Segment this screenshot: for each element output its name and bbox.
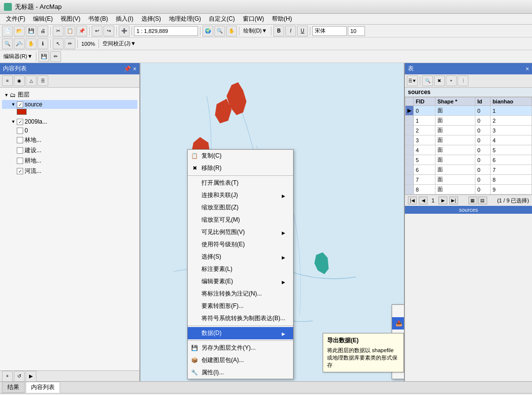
nav-next-btn[interactable]: ▶ bbox=[438, 197, 447, 204]
ctx-create-pkg[interactable]: 📦 创建图层包(A)... bbox=[188, 354, 293, 366]
submenu-repair[interactable]: 修复数据源(R)... bbox=[392, 305, 404, 317]
layer-2009[interactable]: ▼ 2009la... bbox=[2, 117, 137, 126]
nav-prev-btn[interactable]: ◀ bbox=[419, 197, 428, 204]
print-btn[interactable]: 🖨 bbox=[37, 26, 48, 36]
underline-btn[interactable]: U bbox=[297, 26, 308, 36]
table-row[interactable]: 8面09 bbox=[405, 185, 532, 195]
checkbox-river[interactable] bbox=[17, 168, 23, 174]
layer-farmland[interactable]: 耕地... bbox=[2, 156, 137, 166]
scale-input[interactable] bbox=[134, 26, 198, 36]
ctx-feature-to-graphic[interactable]: 要素转图形(F)... bbox=[188, 300, 293, 312]
table-row[interactable]: 6面07 bbox=[405, 165, 532, 175]
save-btn[interactable]: 💾 bbox=[26, 26, 36, 36]
nav-first-btn[interactable]: |◀ bbox=[408, 197, 417, 204]
ctx-scale-range[interactable]: 可见比例范围(V) bbox=[188, 226, 293, 238]
expand-source[interactable]: ▼ bbox=[10, 101, 17, 108]
sketch-tool[interactable]: ✏ bbox=[50, 51, 61, 62]
table-row[interactable]: 1面02 bbox=[405, 116, 532, 126]
table-row[interactable]: ▶0面01 bbox=[405, 106, 532, 116]
toc-pin-btn[interactable]: 📌 bbox=[124, 66, 131, 72]
edit-tool[interactable]: ✏ bbox=[65, 38, 75, 49]
cut-btn[interactable]: ✂ bbox=[53, 26, 64, 36]
ctx-selection[interactable]: 选择(S) bbox=[188, 251, 293, 263]
table-row[interactable]: 3面04 bbox=[405, 135, 532, 145]
nav-last-btn[interactable]: ▶| bbox=[449, 197, 458, 204]
nav-grid-btn[interactable]: ▦ bbox=[468, 197, 477, 204]
size-input[interactable] bbox=[348, 26, 365, 36]
open-btn[interactable]: 📂 bbox=[14, 26, 25, 36]
checkbox-farmland[interactable] bbox=[17, 158, 23, 164]
col-bianhao[interactable]: bianhao bbox=[490, 98, 532, 106]
ctx-save-layer[interactable]: 💾 另存为图层文件(Y)... bbox=[188, 342, 293, 354]
add-data-btn[interactable]: ➕ bbox=[119, 26, 130, 36]
identify-tool[interactable]: ℹ bbox=[37, 38, 48, 49]
ctx-open-attr[interactable]: 打开属性表(T) bbox=[188, 177, 293, 189]
layer-source[interactable]: ▼ source bbox=[2, 100, 137, 109]
draw-label[interactable]: 绘制(D)▼ bbox=[241, 27, 269, 34]
spatial-adjust-label[interactable]: 空间校正(J)▼ bbox=[101, 40, 137, 47]
table-close-btn[interactable]: × bbox=[526, 66, 529, 72]
table-label-tab[interactable]: sources bbox=[405, 206, 532, 214]
table-row[interactable]: 4面05 bbox=[405, 145, 532, 155]
toc-refresh-btn[interactable]: ↺ bbox=[14, 371, 25, 382]
ctx-symbol-level[interactable]: 使用符号级别(E) bbox=[188, 238, 293, 251]
font-input[interactable] bbox=[312, 26, 347, 36]
undo-btn[interactable]: ↩ bbox=[92, 26, 102, 36]
checkbox-0[interactable] bbox=[17, 128, 23, 134]
toc-close-btn[interactable]: × bbox=[133, 66, 136, 72]
checkbox-forest[interactable] bbox=[17, 137, 23, 143]
table-row[interactable]: 7面08 bbox=[405, 175, 532, 185]
nav-list-btn[interactable]: ▤ bbox=[478, 197, 487, 204]
italic-btn[interactable]: I bbox=[285, 26, 296, 36]
menu-window[interactable]: 窗口(W) bbox=[239, 14, 268, 24]
toc-forward-btn[interactable]: ▶ bbox=[26, 371, 36, 382]
checkbox-source[interactable] bbox=[17, 101, 23, 108]
ctx-zoom-visible[interactable]: 缩放至可见(M) bbox=[188, 214, 293, 226]
tab-toc[interactable]: 内容列表 bbox=[26, 382, 60, 393]
ctx-remove[interactable]: ✖ 移除(R) bbox=[188, 162, 293, 174]
table-row[interactable]: 2面03 bbox=[405, 126, 532, 135]
expand-2009[interactable]: ▼ bbox=[10, 118, 17, 125]
pan-btn[interactable]: ✋ bbox=[226, 26, 237, 36]
editor-dropdown[interactable]: 编辑器(R)▼ bbox=[2, 53, 34, 60]
select-tool[interactable]: ↖ bbox=[53, 38, 64, 49]
layer-forest[interactable]: 林地... bbox=[2, 135, 137, 145]
tab-results[interactable]: 结果 bbox=[2, 382, 25, 393]
checkbox-construction[interactable] bbox=[17, 147, 23, 154]
menu-help[interactable]: 帮助(H) bbox=[268, 14, 296, 24]
layer-river[interactable]: 河流... bbox=[2, 166, 137, 176]
table-add-btn[interactable]: + bbox=[446, 75, 457, 86]
ctx-edit-features[interactable]: 编辑要素(E) bbox=[188, 275, 293, 288]
zoom-full-btn[interactable]: 🌍 bbox=[202, 26, 213, 36]
submenu-export[interactable]: 📤 导出数据(E)... bbox=[392, 317, 404, 329]
table-scroll[interactable]: FID Shape * Id bianhao ▶0面011面022面033面04… bbox=[405, 97, 532, 195]
ctx-properties[interactable]: 🔧 属性(I)... bbox=[188, 366, 293, 379]
ctx-convert-label[interactable]: 将标注转换为注记(N)... bbox=[188, 288, 293, 300]
toc-draw-btn[interactable]: △ bbox=[26, 75, 36, 86]
ctx-copy[interactable]: 📋 复制(C) bbox=[188, 150, 293, 162]
zoom-in-btn[interactable]: 🔍 bbox=[214, 26, 225, 36]
new-btn[interactable]: 📄 bbox=[2, 26, 13, 36]
checkbox-2009[interactable] bbox=[17, 119, 23, 125]
map-area[interactable]: 📋 复制(C) ✖ 移除(R) 打开属性表(T) 连接和关联(J) 缩放至图层(… bbox=[140, 63, 404, 381]
menu-edit[interactable]: 编辑(E) bbox=[29, 14, 57, 24]
table-row[interactable]: 5面06 bbox=[405, 155, 532, 165]
toc-add-btn[interactable]: + bbox=[2, 371, 13, 382]
table-more-btn[interactable]: ⋮ bbox=[458, 75, 468, 86]
ctx-data[interactable]: 数据(D) bbox=[188, 327, 293, 339]
table-delete-btn[interactable]: ✖ bbox=[434, 75, 445, 86]
toc-source-btn[interactable]: ◉ bbox=[14, 75, 25, 86]
pan-tool[interactable]: ✋ bbox=[26, 38, 36, 49]
expand-root[interactable]: ▼ bbox=[3, 92, 10, 99]
layer-0[interactable]: 0 bbox=[2, 126, 137, 135]
menu-file[interactable]: 文件(F) bbox=[2, 14, 29, 24]
zoom-out-tool[interactable]: 🔎- bbox=[14, 38, 25, 49]
menu-select[interactable]: 选择(S) bbox=[137, 14, 165, 24]
col-shape[interactable]: Shape * bbox=[435, 98, 475, 106]
menu-customize[interactable]: 自定义(C) bbox=[205, 14, 239, 24]
layer-construction[interactable]: 建设... bbox=[2, 145, 137, 156]
col-id[interactable]: Id bbox=[475, 98, 491, 106]
toc-select-btn[interactable]: ☰ bbox=[37, 75, 48, 86]
ctx-convert-rep[interactable]: 将符号系统转换为制图表达(B)... bbox=[188, 312, 293, 325]
table-find-btn[interactable]: 🔍 bbox=[422, 75, 433, 86]
